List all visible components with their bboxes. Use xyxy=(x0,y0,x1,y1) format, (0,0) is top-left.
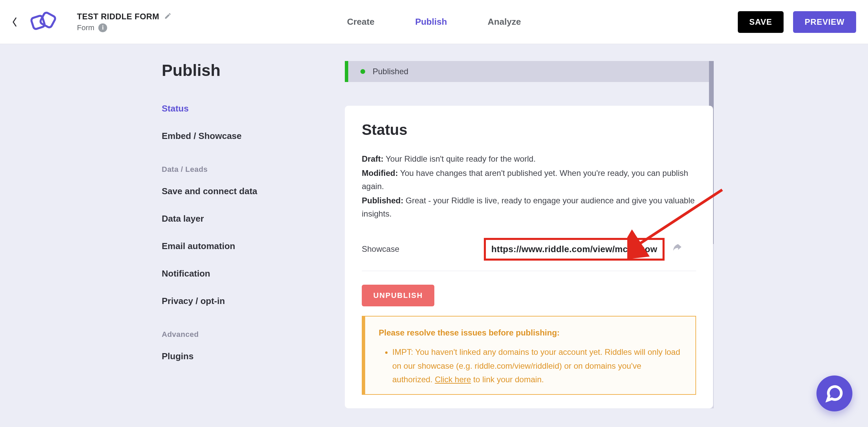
warning-box: Please resolve these issues before publi… xyxy=(362,316,696,395)
sidebar-item-data-layer[interactable]: Data layer xyxy=(162,214,331,224)
sidebar-item-notification[interactable]: Notification xyxy=(162,268,331,279)
draft-description: Draft: Your Riddle isn't quite ready for… xyxy=(362,152,696,165)
warning-link[interactable]: Click here xyxy=(435,375,471,384)
showcase-url[interactable]: https://www.riddle.com/view/mcojIDow xyxy=(484,238,665,261)
app-logo-icon[interactable] xyxy=(27,11,60,34)
svg-rect-1 xyxy=(40,12,56,28)
content-type-label: Form xyxy=(77,23,94,32)
sidebar-item-status[interactable]: Status xyxy=(162,103,331,114)
status-dot-icon xyxy=(360,69,365,74)
status-banner-label: Published xyxy=(373,67,408,76)
sidebar-item-plugins[interactable]: Plugins xyxy=(162,351,331,362)
page-title: TEST RIDDLE FORM xyxy=(77,12,159,21)
main-panel: Published Status Draft: Your Riddle isn'… xyxy=(345,61,713,408)
header-tabs: Create Publish Analyze xyxy=(347,17,521,27)
sidebar: Publish Status Embed / Showcase Data / L… xyxy=(155,61,331,408)
showcase-row: Showcase https://www.riddle.com/view/mco… xyxy=(362,238,696,271)
warning-title: Please resolve these issues before publi… xyxy=(379,326,682,340)
sidebar-heading: Publish xyxy=(162,61,331,80)
tab-analyze[interactable]: Analyze xyxy=(488,17,521,27)
tab-create[interactable]: Create xyxy=(347,17,374,27)
chat-support-button[interactable] xyxy=(816,375,852,411)
showcase-label: Showcase xyxy=(362,244,484,254)
tab-publish[interactable]: Publish xyxy=(415,17,447,27)
warning-item: IMPT: You haven't linked any domains to … xyxy=(392,345,682,387)
sidebar-item-email-automation[interactable]: Email automation xyxy=(162,241,331,251)
sidebar-item-save-data[interactable]: Save and connect data xyxy=(162,186,331,197)
save-button[interactable]: SAVE xyxy=(738,11,784,33)
publish-status-banner: Published xyxy=(345,61,713,82)
published-description: Published: Great - your Riddle is live, … xyxy=(362,194,696,220)
sidebar-section-data: Data / Leads xyxy=(162,165,331,174)
sidebar-item-embed[interactable]: Embed / Showcase xyxy=(162,131,331,141)
edit-title-icon[interactable] xyxy=(164,12,172,21)
preview-button[interactable]: PREVIEW xyxy=(793,11,856,33)
sidebar-section-advanced: Advanced xyxy=(162,330,331,339)
info-icon[interactable]: i xyxy=(98,23,107,32)
share-icon[interactable] xyxy=(671,243,683,256)
back-icon[interactable] xyxy=(12,17,17,27)
sidebar-item-privacy[interactable]: Privacy / opt-in xyxy=(162,296,331,306)
card-title: Status xyxy=(362,121,696,138)
status-card: Status Draft: Your Riddle isn't quite re… xyxy=(345,106,713,408)
unpublish-button[interactable]: UNPUBLISH xyxy=(362,285,434,306)
header-bar: TEST RIDDLE FORM Form i Create Publish A… xyxy=(0,0,868,44)
title-block: TEST RIDDLE FORM Form i xyxy=(77,12,172,32)
modified-description: Modified: You have changes that aren't p… xyxy=(362,167,696,193)
header-left: TEST RIDDLE FORM Form i xyxy=(12,11,172,34)
